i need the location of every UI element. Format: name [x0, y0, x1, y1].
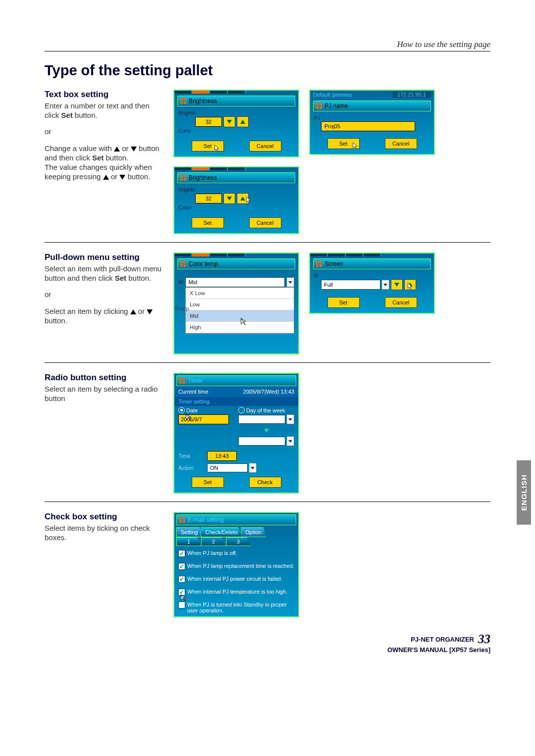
textbox-heading: Text box setting: [45, 90, 163, 100]
screen-panel: Screen R Full Set Cancel: [309, 252, 435, 314]
set-button[interactable]: Set: [192, 217, 224, 228]
colortemp-select[interactable]: Mid: [185, 277, 285, 287]
check-item-4[interactable]: [178, 589, 185, 596]
check-item-2[interactable]: [178, 563, 185, 570]
value-up-button[interactable]: [237, 116, 249, 127]
value-down-button[interactable]: [223, 116, 235, 127]
dropdown-arrow-icon[interactable]: [249, 463, 257, 473]
up-triangle-icon: [130, 309, 136, 314]
colortemp-panel: Color temp. W Mid X Low Low Mid High Sh: [173, 252, 299, 354]
dropdown-arrow-icon[interactable]: [382, 280, 389, 290]
cancel-button[interactable]: Cancel: [249, 217, 281, 228]
set-button[interactable]: Set: [192, 141, 224, 151]
dow-radio[interactable]: [238, 407, 245, 413]
date-field[interactable]: 2005/9/7: [178, 414, 229, 424]
set-button[interactable]: Set: [192, 477, 224, 488]
page-footer: PJ-NET ORGANIZER33 OWNER'S MANUAL [XP57 …: [45, 632, 490, 654]
cancel-button[interactable]: Cancel: [249, 141, 281, 151]
check-item-3[interactable]: [178, 576, 185, 583]
timer-panel: Timer Current time2005/9/7(Wed) 13:43 Ti…: [173, 373, 299, 494]
language-tab: ENGLISH: [517, 460, 531, 525]
time-field[interactable]: 13:43: [207, 451, 237, 461]
radio-desc: Select an item by selecting a radio butt…: [45, 384, 163, 403]
email-tab-checkdelete[interactable]: Check/Delete: [201, 527, 242, 537]
brightness-value-field[interactable]: 32: [195, 194, 222, 203]
dropdown-arrow-icon[interactable]: [287, 414, 294, 424]
down-triangle-icon: [131, 147, 137, 151]
check-item-5[interactable]: [178, 602, 185, 608]
email-subtab-2[interactable]: 2: [201, 537, 226, 546]
down-triangle-icon: [119, 175, 125, 180]
up-triangle-icon: [103, 175, 109, 180]
email-tab-option[interactable]: Option: [241, 527, 266, 537]
email-subtab-1[interactable]: 1: [176, 537, 201, 546]
email-subtab-3[interactable]: 3: [226, 537, 251, 546]
brightness-value-field[interactable]: 32: [195, 117, 222, 127]
colortemp-options[interactable]: X Low Low Mid High: [185, 287, 294, 334]
brightness-panel-1: Brightness Brightn 32 Color Set Cancel: [173, 90, 299, 157]
checkbox-desc: Select items by ticking on check boxes.: [45, 523, 163, 542]
set-button[interactable]: Set: [327, 297, 360, 308]
check-button[interactable]: Check: [249, 477, 281, 488]
page-title: Type of the setting pallet: [45, 62, 490, 79]
cancel-button[interactable]: Cancel: [385, 138, 417, 149]
value-up-button[interactable]: [237, 193, 249, 204]
dropdown-arrow-icon[interactable]: [287, 436, 294, 446]
action-select[interactable]: ON: [207, 463, 248, 472]
down-triangle-icon: [147, 309, 153, 314]
down-arrow-icon: [264, 429, 269, 433]
textbox-desc: Enter a number or text and then click Se…: [45, 101, 163, 181]
check-item-1[interactable]: [178, 550, 185, 557]
dropdown-arrow-icon[interactable]: [287, 277, 294, 287]
cancel-button[interactable]: Cancel: [385, 297, 417, 308]
dow-select-1[interactable]: [238, 415, 285, 424]
email-panel: E-mail setting Setting Check/Delete Opti…: [173, 512, 299, 617]
value-up-button[interactable]: [404, 279, 416, 290]
date-radio[interactable]: [178, 407, 185, 413]
up-triangle-icon: [114, 147, 120, 151]
screen-select[interactable]: Full: [321, 280, 380, 290]
set-button[interactable]: Set: [327, 138, 360, 149]
email-tab-setting[interactable]: Setting: [176, 527, 202, 537]
page-number: 33: [478, 632, 490, 646]
chapter-title: How to use the setting page: [45, 40, 490, 51]
pulldown-desc: Select an item with pull-down menu butto…: [45, 264, 163, 325]
dow-select-2[interactable]: [238, 437, 285, 446]
brightness-panel-2: Brightness Brightn 32 Color Set Cancel: [173, 166, 299, 234]
pjname-panel: Default gateway172.21.95.1 PJ name PJ Pr…: [309, 90, 435, 155]
checkbox-heading: Check box setting: [45, 512, 163, 522]
pjname-value-field[interactable]: Proj05: [321, 121, 415, 131]
pulldown-heading: Pull-down menu setting: [45, 252, 163, 262]
value-down-button[interactable]: [391, 279, 403, 290]
radio-heading: Radio button setting: [45, 373, 163, 383]
value-down-button[interactable]: [223, 193, 235, 204]
